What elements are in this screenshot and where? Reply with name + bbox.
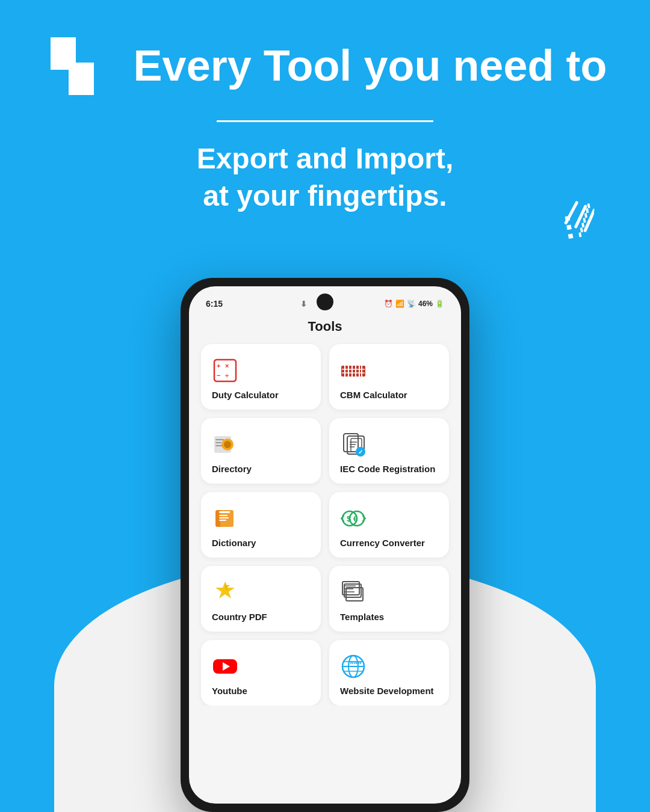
svg-rect-23 <box>215 445 223 446</box>
youtube-icon <box>212 653 238 680</box>
battery-icon: 🔋 <box>435 300 444 308</box>
tool-duty-calculator[interactable]: + × − ÷ Duty Calculator <box>201 344 321 410</box>
tool-currency-converter[interactable]: $ € Currency Converter <box>329 492 449 558</box>
country-pdf-icon <box>212 579 238 606</box>
tool-cbm-calculator[interactable]: CBM Calculator <box>329 344 449 410</box>
status-time: 6:15 <box>206 299 223 309</box>
dictionary-icon <box>212 505 238 532</box>
phone-screen: 6:15 ⬇ ⏰ 📶 📡 46% 🔋 Tools <box>189 286 461 804</box>
svg-text:×: × <box>225 362 229 369</box>
svg-rect-21 <box>215 439 224 440</box>
wifi-icon: 📶 <box>395 300 404 308</box>
svg-rect-22 <box>215 442 221 443</box>
iec-code-label: IEC Code Registration <box>340 464 438 474</box>
cbm-calculator-icon <box>340 357 367 384</box>
svg-text:−: − <box>217 372 220 379</box>
signal-icon: 📡 <box>407 300 416 308</box>
svg-line-3 <box>585 209 594 231</box>
website-dev-icon: WWW <box>340 653 367 680</box>
templates-icon <box>340 579 367 606</box>
tool-country-pdf[interactable]: Country PDF <box>201 566 321 632</box>
app-logo <box>36 30 108 102</box>
svg-line-2 <box>576 206 586 227</box>
alarm-icon: ⏰ <box>384 300 393 308</box>
tool-youtube[interactable]: Youtube <box>201 640 321 706</box>
tool-templates[interactable]: Templates <box>329 566 449 632</box>
tool-dictionary[interactable]: Dictionary <box>201 492 321 558</box>
svg-text:$: $ <box>347 514 351 523</box>
main-headline: Every Tool you need to <box>126 42 614 90</box>
screen-title: Tools <box>201 313 449 344</box>
battery-label: 46% <box>418 300 433 308</box>
phone-mockup: 6:15 ⬇ ⏰ 📶 📡 46% 🔋 Tools <box>181 278 469 812</box>
directory-label: Directory <box>212 464 310 474</box>
duty-calculator-icon: + × − ÷ <box>212 357 238 384</box>
screen-content: Tools + × − ÷ Duty Calculator <box>189 313 461 706</box>
svg-text:✓: ✓ <box>358 449 363 455</box>
phone-notch <box>317 294 333 310</box>
website-dev-label: Website Development <box>340 686 438 696</box>
currency-converter-icon: $ € <box>340 505 367 532</box>
status-download-icon: ⬇ <box>300 300 307 309</box>
tool-website-dev[interactable]: WWW Website Development <box>329 640 449 706</box>
status-icons: ⏰ 📶 📡 46% 🔋 <box>384 300 444 308</box>
svg-marker-0 <box>51 37 94 95</box>
svg-text:+: + <box>217 362 220 369</box>
dictionary-label: Dictionary <box>212 538 310 548</box>
svg-line-1 <box>566 202 577 224</box>
svg-text:WWW: WWW <box>350 660 362 665</box>
logo-area: Every Tool you need to <box>36 30 614 102</box>
tools-grid: + × − ÷ Duty Calculator <box>201 344 449 706</box>
iec-code-icon: ✓ <box>340 431 367 458</box>
duty-calculator-label: Duty Calculator <box>212 390 310 400</box>
svg-text:€: € <box>353 514 358 523</box>
header-section: Every Tool you need to Export and Import… <box>0 0 650 215</box>
tool-directory[interactable]: Directory <box>201 418 321 484</box>
cbm-calculator-label: CBM Calculator <box>340 390 438 400</box>
youtube-label: Youtube <box>212 686 310 696</box>
tool-iec-code[interactable]: ✓ IEC Code Registration <box>329 418 449 484</box>
sub-headline: Export and Import,at your fingertips. <box>36 140 614 215</box>
svg-point-20 <box>224 441 231 448</box>
country-pdf-label: Country PDF <box>212 612 310 622</box>
divider <box>217 120 433 122</box>
svg-rect-35 <box>219 515 228 516</box>
svg-rect-36 <box>219 517 229 518</box>
sparkle-lines <box>530 196 595 253</box>
svg-text:÷: ÷ <box>225 372 229 379</box>
svg-rect-34 <box>219 511 230 513</box>
currency-converter-label: Currency Converter <box>340 538 438 548</box>
directory-icon <box>212 431 238 458</box>
svg-rect-37 <box>219 520 226 521</box>
phone-frame: 6:15 ⬇ ⏰ 📶 📡 46% 🔋 Tools <box>181 278 469 812</box>
templates-label: Templates <box>340 612 438 622</box>
